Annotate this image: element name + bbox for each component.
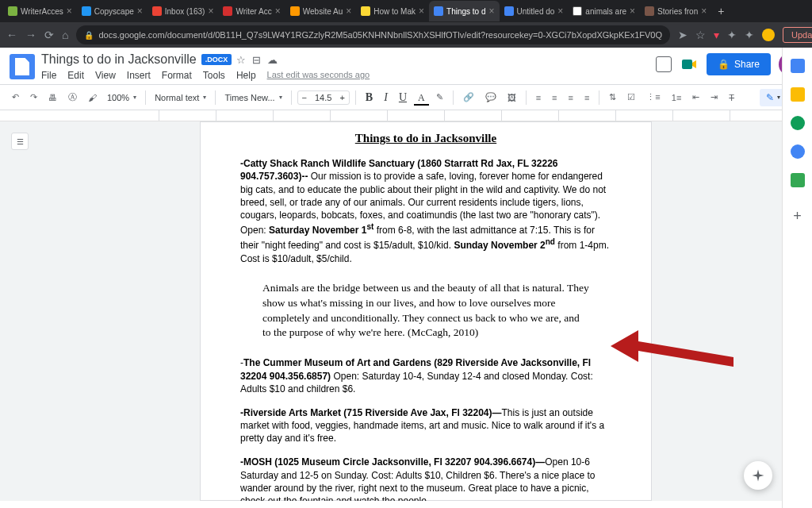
pocket-icon[interactable]: ▾	[714, 29, 719, 41]
meet-icon[interactable]	[680, 55, 699, 74]
text-color-button[interactable]: A	[414, 90, 429, 106]
close-icon[interactable]: ×	[419, 6, 424, 17]
style-select[interactable]: Normal text	[151, 90, 209, 105]
header-right: 🔒Share	[656, 52, 802, 76]
explore-button[interactable]	[744, 461, 772, 490]
new-tab-button[interactable]: +	[711, 5, 730, 17]
entry-catty-shack: -Catty Shack Ranch Wildlife Sanctuary (1…	[240, 157, 611, 265]
font-size-decrease[interactable]: −	[298, 91, 311, 104]
extension-icon[interactable]	[762, 29, 775, 41]
bold-button[interactable]: B	[362, 89, 377, 106]
comment-button[interactable]: 💬	[481, 89, 500, 106]
close-icon[interactable]: ×	[557, 6, 563, 17]
link-button[interactable]: 🔗	[459, 89, 478, 106]
browser-tab[interactable]: Writer Acc×	[218, 1, 285, 21]
close-icon[interactable]: ×	[489, 6, 495, 17]
close-icon[interactable]: ×	[208, 6, 213, 17]
send-icon[interactable]: ➤	[678, 29, 688, 41]
browser-tab[interactable]: Copyscape×	[77, 1, 147, 21]
comment-history-icon[interactable]	[656, 56, 672, 72]
calendar-app-icon[interactable]	[791, 59, 805, 73]
star-icon[interactable]: ☆	[236, 54, 246, 66]
keep-app-icon[interactable]	[791, 87, 805, 102]
ruler[interactable]	[0, 110, 812, 121]
contacts-app-icon[interactable]	[791, 144, 805, 159]
forward-icon[interactable]: →	[25, 29, 36, 41]
align-left-button[interactable]: ≡	[532, 90, 545, 106]
back-icon[interactable]: ←	[6, 29, 17, 41]
browser-tab[interactable]: Stories fron×	[640, 1, 711, 21]
menu-view[interactable]: View	[95, 70, 116, 81]
close-icon[interactable]: ×	[137, 6, 143, 17]
checklist-button[interactable]: ☑	[623, 89, 639, 106]
browser-tab[interactable]: Inbox (163)×	[147, 1, 219, 21]
last-edit-text[interactable]: Last edit was seconds ago	[267, 70, 370, 81]
align-center-button[interactable]: ≡	[548, 90, 561, 106]
entry-mosh: -MOSH (1025 Museum Circle Jacksonville, …	[240, 456, 611, 501]
browser-tab[interactable]: Untitled do×	[500, 1, 569, 21]
image-button[interactable]: 🖼	[504, 90, 520, 106]
close-icon[interactable]: ×	[630, 6, 635, 17]
reload-icon[interactable]: ⟳	[44, 29, 54, 41]
document-heading: Things to do in Jacksonville	[240, 130, 611, 146]
redo-button[interactable]: ↷	[26, 89, 41, 106]
close-icon[interactable]: ×	[701, 6, 707, 17]
url-text: docs.google.com/document/d/0B11H_Q7s9LW4…	[98, 30, 662, 40]
font-size-increase[interactable]: +	[335, 91, 348, 104]
menu-insert[interactable]: Insert	[127, 70, 151, 81]
entry-cummer: -The Cummer Museum of Art and Gardens (8…	[240, 356, 611, 395]
bullet-list-button[interactable]: ⋮≡	[642, 89, 664, 106]
extension-icon[interactable]: ✦	[727, 29, 737, 41]
italic-button[interactable]: I	[380, 89, 392, 106]
indent-button[interactable]: ⇥	[707, 89, 722, 106]
line-spacing-button[interactable]: ⇅	[605, 89, 620, 106]
add-app-button[interactable]: +	[793, 208, 802, 225]
paint-format-button[interactable]: 🖌	[84, 90, 101, 106]
browser-tab[interactable]: animals are×	[568, 1, 640, 21]
tasks-app-icon[interactable]	[791, 116, 805, 130]
home-icon[interactable]: ⌂	[62, 29, 68, 41]
close-icon[interactable]: ×	[346, 6, 351, 17]
menu-tools[interactable]: Tools	[203, 70, 225, 81]
move-icon[interactable]: ⊟	[252, 54, 261, 66]
underline-button[interactable]: U	[395, 89, 411, 106]
font-size-value[interactable]: 14.5	[311, 91, 335, 104]
close-icon[interactable]: ×	[67, 6, 72, 17]
spellcheck-button[interactable]: Ⓐ	[64, 88, 81, 106]
zoom-select[interactable]: 100%	[104, 90, 140, 105]
close-icon[interactable]: ×	[275, 6, 281, 17]
menu-edit[interactable]: Edit	[67, 70, 84, 81]
browser-tab-active[interactable]: Things to d×	[429, 1, 500, 21]
docs-logo-icon[interactable]	[10, 54, 35, 79]
menu-file[interactable]: File	[41, 70, 56, 81]
align-right-button[interactable]: ≡	[565, 90, 577, 106]
svg-rect-0	[682, 60, 692, 69]
font-select[interactable]: Times New...	[221, 90, 285, 105]
browser-tab[interactable]: WriterAcces×	[3, 1, 77, 21]
font-size-control: − 14.5 +	[297, 90, 350, 105]
document-page[interactable]: Things to do in Jacksonville -Catty Shac…	[200, 121, 652, 501]
undo-button[interactable]: ↶	[8, 89, 23, 106]
numbered-list-button[interactable]: 1≡	[668, 90, 686, 106]
star-icon[interactable]: ☆	[695, 29, 706, 41]
url-bar[interactable]: 🔒 docs.google.com/document/d/0B11H_Q7s9L…	[76, 25, 670, 44]
browser-tab[interactable]: Website Au×	[285, 1, 356, 21]
menu-help[interactable]: Help	[236, 70, 256, 81]
browser-tab[interactable]: How to Mak×	[356, 1, 429, 21]
menu-format[interactable]: Format	[162, 70, 192, 81]
highlight-button[interactable]: ✎	[432, 89, 447, 106]
align-justify-button[interactable]: ≡	[580, 90, 593, 106]
clear-format-button[interactable]: T	[725, 90, 738, 106]
document-title[interactable]: Things to do in Jacksonville	[41, 52, 197, 67]
maps-app-icon[interactable]	[791, 173, 805, 187]
extensions-icon[interactable]: ✦	[745, 29, 754, 41]
outline-toggle-button[interactable]	[11, 133, 29, 150]
share-button[interactable]: 🔒Share	[707, 53, 771, 75]
quote-block: Animals are the bridge between us and th…	[240, 276, 611, 346]
cloud-icon[interactable]: ☁	[267, 54, 278, 66]
print-button[interactable]: 🖶	[44, 90, 61, 106]
update-button[interactable]: Update	[783, 27, 812, 43]
nav-bar: ← → ⟳ ⌂ 🔒 docs.google.com/document/d/0B1…	[0, 22, 812, 48]
outdent-button[interactable]: ⇤	[688, 89, 703, 106]
pencil-icon: ✎	[766, 92, 774, 103]
